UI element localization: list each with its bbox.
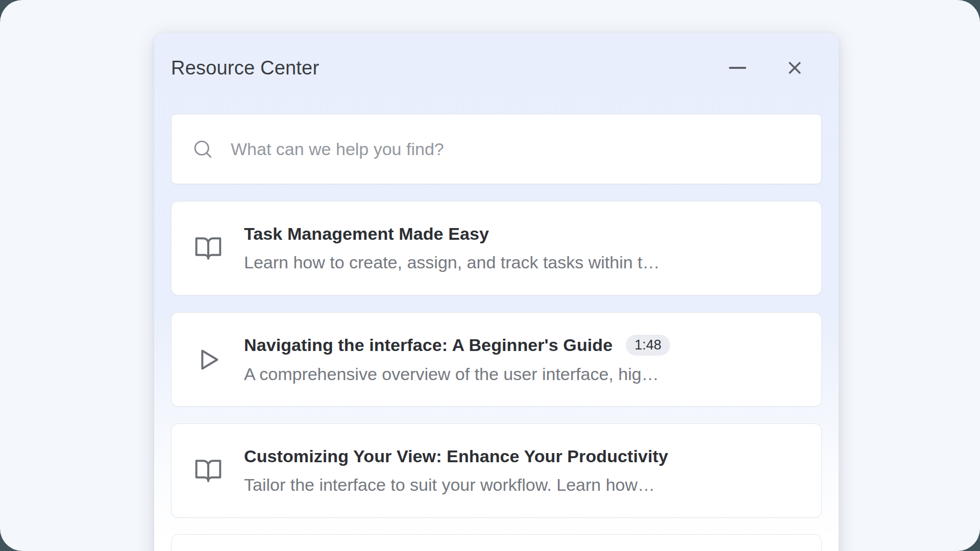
list-item-task-management[interactable]: Task Management Made Easy Learn how to c…: [171, 201, 822, 295]
list-item-partial[interactable]: [171, 534, 822, 551]
resource-center-panel: Resource Center: [154, 33, 839, 551]
play-icon: [194, 345, 223, 374]
resource-title: Navigating the interface: A Beginner's G…: [244, 335, 612, 355]
list-item-text: Task Management Made Easy Learn how to c…: [244, 224, 799, 272]
search-icon: [192, 138, 213, 160]
minimize-button[interactable]: [728, 58, 747, 78]
list-item-text: Customizing Your View: Enhance Your Prod…: [244, 446, 799, 495]
resource-description: Learn how to create, assign, and track t…: [244, 253, 799, 272]
list-item-navigating-interface[interactable]: Navigating the interface: A Beginner's G…: [171, 312, 822, 407]
search-input[interactable]: [231, 114, 801, 184]
panel-header: Resource Center: [171, 33, 822, 95]
screen-background: Resource Center: [0, 0, 980, 551]
book-open-icon: [194, 457, 223, 485]
minimize-icon: [729, 67, 746, 69]
video-duration-badge: 1:48: [626, 335, 670, 356]
close-icon: [786, 59, 804, 77]
resource-title: Customizing Your View: Enhance Your Prod…: [244, 446, 668, 466]
search-bar: [171, 114, 822, 184]
list-item-text: Navigating the interface: A Beginner's G…: [244, 335, 799, 385]
window-controls: [728, 58, 804, 78]
list-item-customizing-view[interactable]: Customizing Your View: Enhance Your Prod…: [171, 423, 822, 518]
close-button[interactable]: [785, 58, 804, 78]
resource-description: A comprehensive overview of the user int…: [244, 364, 799, 384]
book-open-icon: [194, 234, 223, 263]
resource-description: Tailor the interface to suit your workfl…: [244, 475, 799, 495]
resource-title: Task Management Made Easy: [244, 224, 489, 244]
panel-title: Resource Center: [171, 57, 319, 79]
